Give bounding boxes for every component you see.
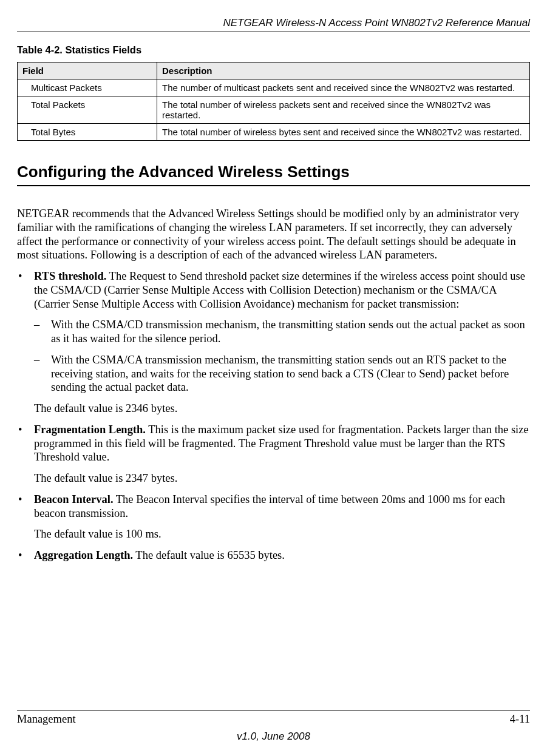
list-item: Aggregation Length. The default value is… — [17, 548, 530, 562]
cell-description: The total number of wireless packets sen… — [157, 96, 530, 124]
table-row: Multicast Packets The number of multicas… — [18, 79, 530, 96]
footer-section-name: Management — [17, 713, 76, 726]
table-header-row: Field Description — [18, 62, 530, 79]
list-item: Beacon Interval. The Beacon Interval spe… — [17, 493, 530, 541]
intro-paragraph: NETGEAR recommends that the Advanced Wir… — [17, 207, 530, 262]
cell-field: Multicast Packets — [18, 79, 157, 96]
table-row: Total Bytes The total number of wireless… — [18, 124, 530, 141]
term-beacon-interval: Beacon Interval. — [34, 493, 114, 505]
col-description: Description — [157, 62, 530, 79]
term-rts-threshold: RTS threshold. — [34, 270, 106, 282]
table-caption: Table 4-2. Statistics Fields — [17, 44, 530, 56]
section-heading: Configuring the Advanced Wireless Settin… — [17, 163, 530, 186]
list-item: Fragmentation Length. This is the maximu… — [17, 423, 530, 485]
item-text: The Request to Send threshold packet siz… — [34, 270, 525, 310]
sub-list: With the CSMA/CD transmission mechanism,… — [34, 318, 530, 394]
term-aggregation-length: Aggregation Length. — [34, 549, 133, 561]
default-value: The default value is 2347 bytes. — [34, 471, 530, 485]
term-fragmentation-length: Fragmentation Length. — [34, 424, 146, 436]
item-text: The default value is 65535 bytes. — [133, 549, 285, 561]
statistics-fields-table: Field Description Multicast Packets The … — [17, 62, 530, 141]
footer-version: v1.0, June 2008 — [17, 731, 530, 743]
footer-page-number: 4-11 — [510, 713, 530, 726]
cell-field: Total Packets — [18, 96, 157, 124]
cell-field: Total Bytes — [18, 124, 157, 141]
table-row: Total Packets The total number of wirele… — [18, 96, 530, 124]
cell-description: The number of multicast packets sent and… — [157, 79, 530, 96]
default-value: The default value is 2346 bytes. — [34, 402, 530, 416]
default-value: The default value is 100 ms. — [34, 527, 530, 541]
sub-list-item: With the CSMA/CA transmission mechanism,… — [34, 353, 530, 394]
parameters-list: RTS threshold. The Request to Send thres… — [17, 269, 530, 562]
col-field: Field — [18, 62, 157, 79]
page-footer: Management 4-11 v1.0, June 2008 — [17, 710, 530, 743]
running-header: NETGEAR Wireless-N Access Point WN802Tv2… — [17, 17, 530, 32]
sub-list-item: With the CSMA/CD transmission mechanism,… — [34, 318, 530, 346]
cell-description: The total number of wireless bytes sent … — [157, 124, 530, 141]
list-item: RTS threshold. The Request to Send thres… — [17, 269, 530, 416]
